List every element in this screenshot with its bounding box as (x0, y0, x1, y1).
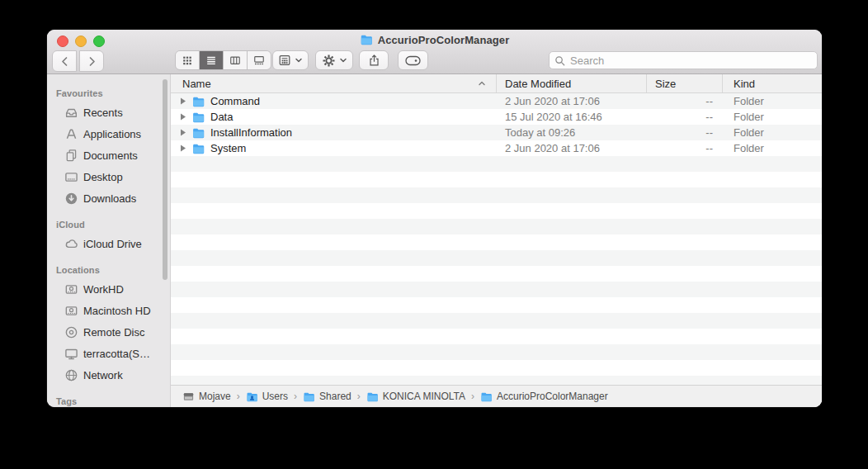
sidebar-item-workhd[interactable]: WorkHD (47, 278, 170, 300)
sidebar-item-downloads[interactable]: Downloads (47, 187, 170, 209)
sidebar-section-favourites: FavouritesRecentsApplicationsDocumentsDe… (47, 85, 170, 209)
path-item-shared[interactable]: Shared (303, 391, 351, 403)
path-separator: › (471, 391, 474, 402)
list-column-headers: Name Date Modified Size Kind (171, 74, 822, 93)
gallery-view-icon (253, 54, 265, 66)
titlebar-toolbar: AccurioProColorManager (47, 30, 822, 74)
sidebar-item-label: Desktop (83, 171, 123, 183)
path-item-label: KONICA MINOLTA (383, 391, 465, 402)
path-separator: › (294, 391, 297, 402)
back-button[interactable] (52, 50, 77, 72)
file-size: -- (647, 93, 723, 109)
network-icon (64, 368, 78, 382)
path-item-accurioprocolormanager[interactable]: AccurioProColorManager (480, 391, 608, 403)
sidebar-item-label: Downloads (83, 192, 136, 205)
disclosure-triangle-icon[interactable] (180, 129, 186, 136)
close-button[interactable] (57, 36, 68, 47)
harddrive-icon (64, 282, 78, 296)
desktop-background: AccurioProColorManager (0, 0, 868, 469)
sidebar-item-terracotta-s[interactable]: terracotta(S… (47, 343, 170, 364)
disclosure-triangle-icon[interactable] (180, 97, 186, 105)
file-name: System (210, 142, 246, 154)
file-list: Command2 Jun 2020 at 17:06--FolderData15… (171, 93, 822, 385)
zoom-button[interactable] (93, 36, 105, 47)
tag-icon (405, 55, 421, 66)
share-button[interactable] (359, 50, 389, 70)
sidebar-item-macintosh-hd[interactable]: Macintosh HD (47, 300, 170, 321)
column-header-size[interactable]: Size (647, 74, 723, 92)
search-input[interactable] (568, 54, 812, 68)
file-list-pane: Name Date Modified Size Kind Command2 Ju… (171, 74, 822, 407)
sidebar: FavouritesRecentsApplicationsDocumentsDe… (47, 74, 171, 407)
sidebar-item-remote-disc[interactable]: Remote Disc (47, 321, 170, 343)
table-row[interactable]: Command2 Jun 2020 at 17:06--Folder (171, 93, 822, 109)
chevron-down-icon (339, 56, 347, 64)
file-kind: Folder (723, 140, 822, 156)
file-kind: Folder (723, 125, 822, 140)
column-header-label: Size (655, 78, 676, 90)
icon-view-button[interactable] (176, 51, 200, 69)
minimize-button[interactable] (75, 36, 87, 47)
sidebar-item-label: Network (83, 369, 123, 381)
path-item-mojave[interactable]: Mojave (182, 391, 231, 403)
applications-icon (64, 127, 78, 141)
folder-icon (191, 95, 205, 108)
sort-ascending-icon (478, 79, 486, 88)
sidebar-item-label: Remote Disc (83, 326, 144, 339)
list-view-icon (205, 54, 217, 66)
harddrive-icon (64, 304, 78, 318)
recents-icon (64, 106, 78, 120)
column-view-icon (229, 54, 241, 66)
sidebar-item-label: Documents (83, 149, 138, 162)
sidebar-section-header: iCloud (47, 216, 170, 233)
list-view-button[interactable] (200, 51, 224, 69)
window-title: AccurioProColorManager (378, 34, 510, 46)
sidebar-item-desktop[interactable]: Desktop (47, 166, 170, 187)
column-view-button[interactable] (224, 51, 248, 69)
path-separator: › (357, 391, 361, 402)
folder-icon (191, 142, 205, 155)
file-date-modified: 15 Jul 2020 at 16:46 (497, 109, 647, 125)
sidebar-scrollbar[interactable] (163, 79, 167, 280)
path-separator: › (237, 391, 240, 402)
action-menu-button[interactable] (315, 50, 353, 70)
sidebar-item-label: WorkHD (83, 283, 124, 296)
navigation-buttons (52, 50, 104, 72)
disclosure-triangle-icon[interactable] (180, 113, 186, 121)
share-icon (368, 54, 380, 67)
sidebar-section-header: Locations (47, 262, 170, 278)
path-item-label: Users (262, 391, 288, 402)
file-date-modified: 2 Jun 2020 at 17:06 (497, 93, 647, 109)
tag-button[interactable] (398, 50, 428, 70)
sidebar-item-label: Applications (83, 128, 141, 140)
sidebar-item-network[interactable]: Network (47, 364, 170, 386)
sidebar-item-icloud-drive[interactable]: iCloud Drive (47, 233, 170, 254)
gallery-view-button[interactable] (248, 51, 271, 69)
finder-window: AccurioProColorManager (47, 30, 822, 407)
table-row[interactable]: System2 Jun 2020 at 17:06--Folder (171, 140, 822, 156)
path-item-users[interactable]: Users (246, 391, 288, 403)
table-row[interactable]: Data15 Jul 2020 at 16:46--Folder (171, 109, 822, 125)
sidebar-item-recents[interactable]: Recents (47, 102, 170, 123)
sidebar-section-icloud: iCloudiCloud Drive (47, 216, 170, 254)
path-item-konica-minolta[interactable]: KONICA MINOLTA (366, 391, 465, 403)
path-item-label: Shared (319, 391, 351, 402)
folder-icon (191, 126, 205, 140)
sidebar-item-label: iCloud Drive (83, 238, 142, 250)
column-header-kind[interactable]: Kind (723, 74, 822, 92)
search-field[interactable] (549, 51, 818, 69)
window-controls (57, 36, 105, 47)
window-body: FavouritesRecentsApplicationsDocumentsDe… (47, 74, 822, 407)
forward-button[interactable] (79, 50, 104, 72)
desktop-icon (64, 170, 78, 184)
file-kind: Folder (723, 109, 822, 125)
sidebar-section-locations: LocationsWorkHDMacintosh HDRemote Discte… (47, 262, 170, 386)
table-row[interactable]: InstallInformationToday at 09:26--Folder (171, 125, 822, 140)
group-by-button[interactable] (272, 50, 309, 70)
sidebar-item-applications[interactable]: Applications (47, 123, 170, 144)
disclosure-triangle-icon[interactable] (180, 144, 186, 152)
sidebar-item-documents[interactable]: Documents (47, 144, 170, 166)
disc-icon (64, 325, 78, 339)
column-header-name[interactable]: Name (171, 74, 497, 92)
column-header-date-modified[interactable]: Date Modified (497, 74, 647, 92)
